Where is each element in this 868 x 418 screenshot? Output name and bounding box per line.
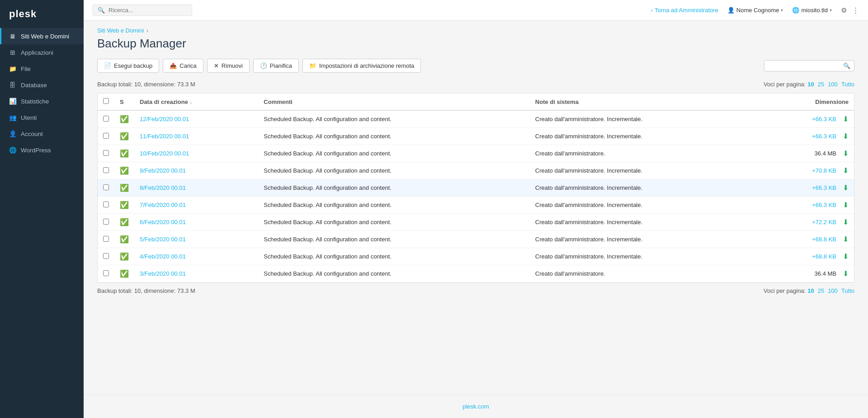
rimuovi-button[interactable]: ✕ Rimuovi xyxy=(207,59,250,73)
size-value: +66.3 KB xyxy=(812,184,836,191)
sidebar-item-wordpress[interactable]: 🌐 WordPress xyxy=(0,142,84,158)
content-area: Siti Web e Domini › Backup Manager 📄 Ese… xyxy=(84,21,868,395)
download-icon[interactable]: ⬇ xyxy=(843,183,849,192)
pagination-tutto-bottom[interactable]: Tutto xyxy=(841,287,854,294)
header-date-col[interactable]: Data di creazione ↓ xyxy=(134,94,258,110)
backup-date-link[interactable]: 10/Feb/2020 00.01 xyxy=(140,150,189,157)
sidebar-item-file[interactable]: 📁 File xyxy=(0,61,84,77)
row-checkbox-cell xyxy=(98,231,114,248)
topbar-search-container[interactable]: 🔍 xyxy=(93,5,192,16)
sidebar-item-utenti[interactable]: 👥 Utenti xyxy=(0,109,84,126)
row-status-cell: ✅ xyxy=(114,197,134,214)
sidebar-item-account[interactable]: 👤 Account xyxy=(0,126,84,142)
backup-date-link[interactable]: 9/Feb/2020 00.01 xyxy=(140,167,186,174)
download-icon[interactable]: ⬇ xyxy=(843,166,849,175)
row-checkbox-0[interactable] xyxy=(103,116,109,122)
esegui-backup-button[interactable]: 📄 Esegui backup xyxy=(97,59,159,73)
impostazioni-button[interactable]: 📁 Impostazioni di archiviazione remota xyxy=(302,59,421,73)
backup-icon: 📄 xyxy=(104,62,111,69)
table-search-container[interactable]: 🔍 xyxy=(764,60,854,71)
sidebar-item-statistiche[interactable]: 📊 Statistiche xyxy=(0,93,84,109)
row-checkbox-cell xyxy=(98,162,114,179)
backup-table-container: S Data di creazione ↓ Commenti Note di s… xyxy=(97,93,854,283)
download-icon[interactable]: ⬇ xyxy=(843,149,849,158)
pagination-tutto-top[interactable]: Tutto xyxy=(841,81,854,88)
row-checkbox-2[interactable] xyxy=(103,150,109,156)
sidebar-nav: 🖥 Siti Web e Domini ⊞ Applicazioni 📁 Fil… xyxy=(0,28,84,418)
header-size-col: Dimensione xyxy=(761,94,854,110)
select-all-checkbox[interactable] xyxy=(103,98,109,104)
pagination-10-bottom[interactable]: 10 xyxy=(807,287,814,294)
table-search-icon: 🔍 xyxy=(843,62,850,69)
sidebar-label-file: File xyxy=(21,66,31,72)
row-checkbox-4[interactable] xyxy=(103,184,109,190)
summary-bottom: Backup totali: 10, dimensione: 73.3 M xyxy=(97,287,195,294)
header-status-col: S xyxy=(114,94,134,110)
row-checkbox-5[interactable] xyxy=(103,202,109,207)
status-ok-icon: ✅ xyxy=(120,218,129,226)
breadcrumb-siti-web-link[interactable]: Siti Web e Domini xyxy=(97,27,144,34)
pagination-25-top[interactable]: 25 xyxy=(818,81,824,88)
pagination-25-bottom[interactable]: 25 xyxy=(818,287,824,294)
download-icon[interactable]: ⬇ xyxy=(843,269,849,278)
download-icon[interactable]: ⬇ xyxy=(843,115,849,123)
row-checkbox-6[interactable] xyxy=(103,219,109,225)
summary-top: Backup totali: 10, dimensione: 73.3 M xyxy=(97,81,195,88)
download-icon[interactable]: ⬇ xyxy=(843,132,849,141)
pagination-100-bottom[interactable]: 100 xyxy=(828,287,838,294)
row-checkbox-9[interactable] xyxy=(103,270,109,276)
sidebar-item-database[interactable]: 🗄 Database xyxy=(0,77,84,93)
back-to-admin-link[interactable]: ‹ Torna ad Amministratore xyxy=(651,7,718,14)
row-checkbox-3[interactable] xyxy=(103,167,109,173)
backup-date-link[interactable]: 5/Feb/2020 00.01 xyxy=(140,236,186,243)
download-icon[interactable]: ⬇ xyxy=(843,252,849,261)
footer-link[interactable]: plesk.com xyxy=(462,403,489,410)
size-value: +66.3 KB xyxy=(812,202,836,208)
sidebar-item-siti-web[interactable]: 🖥 Siti Web e Domini xyxy=(0,28,84,44)
row-checkbox-7[interactable] xyxy=(103,236,109,242)
sort-icon: ↓ xyxy=(190,99,193,105)
download-icon[interactable]: ⬇ xyxy=(843,201,849,209)
more-options-icon-button[interactable]: ⋮ xyxy=(852,6,859,14)
download-icon[interactable]: ⬇ xyxy=(843,218,849,226)
pianifica-button[interactable]: 🕐 Pianifica xyxy=(253,59,299,73)
toolbar: 📄 Esegui backup 📤 Carica ✕ Rimuovi 🕐 Pia… xyxy=(97,59,854,73)
row-status-cell: ✅ xyxy=(114,145,134,162)
row-size-cell: +68.8 KB ⬇ xyxy=(761,248,854,265)
domain-menu[interactable]: 🌐 miosito.tld ▾ xyxy=(792,7,832,14)
size-value: 36.4 MB xyxy=(815,150,836,157)
status-ok-icon: ✅ xyxy=(120,253,129,260)
download-icon[interactable]: ⬇ xyxy=(843,235,849,244)
pagination-bottom: Voci per pagina: 10 25 100 Tutto xyxy=(764,287,854,294)
row-status-cell: ✅ xyxy=(114,110,134,128)
row-checkbox-cell xyxy=(98,214,114,231)
row-status-cell: ✅ xyxy=(114,231,134,248)
backup-date-link[interactable]: 4/Feb/2020 00.01 xyxy=(140,253,186,260)
user-menu[interactable]: 👤 Nome Cognome ▾ xyxy=(727,7,783,14)
row-size-cell: +66.3 KB ⬇ xyxy=(761,110,854,128)
backup-date-link[interactable]: 11/Feb/2020 00.01 xyxy=(140,133,189,140)
table-row: ✅ 3/Feb/2020 00.01 Scheduled Backup. All… xyxy=(98,265,854,282)
sidebar-item-applicazioni[interactable]: ⊞ Applicazioni xyxy=(0,44,84,61)
pagination-100-top[interactable]: 100 xyxy=(828,81,838,88)
pagination-10-top[interactable]: 10 xyxy=(807,81,814,88)
settings-icon-button[interactable]: ⚙ xyxy=(841,6,847,14)
backup-date-link[interactable]: 12/Feb/2020 00.01 xyxy=(140,116,189,122)
table-search-input[interactable] xyxy=(768,62,840,69)
sidebar-label-siti-web: Siti Web e Domini xyxy=(21,33,69,40)
search-input[interactable] xyxy=(108,7,187,14)
row-checkbox-1[interactable] xyxy=(103,133,109,139)
backup-date-link[interactable]: 6/Feb/2020 00.01 xyxy=(140,219,186,225)
footer: plesk.com xyxy=(84,395,868,418)
row-comment-cell: Scheduled Backup. All configuration and … xyxy=(258,145,530,162)
row-size-cell: 36.4 MB ⬇ xyxy=(761,265,854,282)
page-title: Backup Manager xyxy=(97,37,854,51)
row-date-cell: 3/Feb/2020 00.01 xyxy=(134,265,258,282)
carica-button[interactable]: 📤 Carica xyxy=(163,59,203,73)
pagination-top: Voci per pagina: 10 25 100 Tutto xyxy=(764,81,854,88)
backup-date-link[interactable]: 3/Feb/2020 00.01 xyxy=(140,270,186,277)
backup-date-link[interactable]: 8/Feb/2020 00.01 xyxy=(140,184,186,191)
app-container: plesk 🖥 Siti Web e Domini ⊞ Applicazioni… xyxy=(0,0,868,418)
backup-date-link[interactable]: 7/Feb/2020 00.01 xyxy=(140,202,186,208)
row-checkbox-8[interactable] xyxy=(103,253,109,259)
